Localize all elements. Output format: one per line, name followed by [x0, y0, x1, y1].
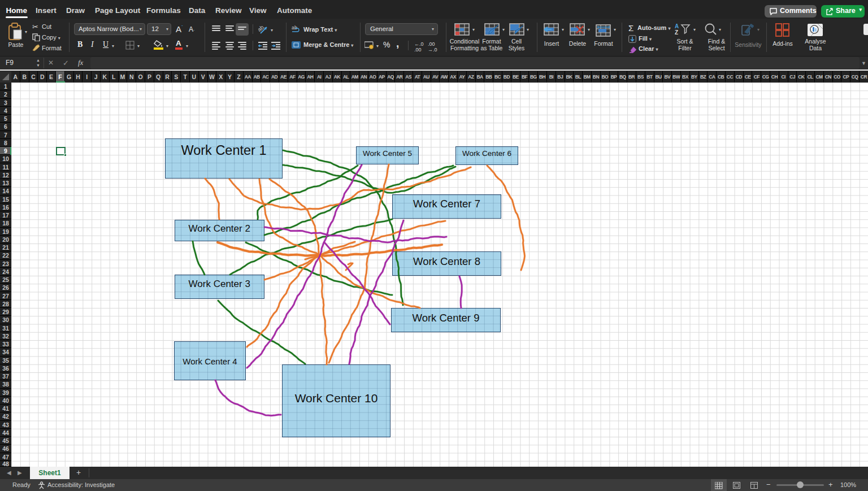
svg-text:Z: Z	[675, 29, 678, 36]
svg-text:A: A	[675, 23, 679, 29]
